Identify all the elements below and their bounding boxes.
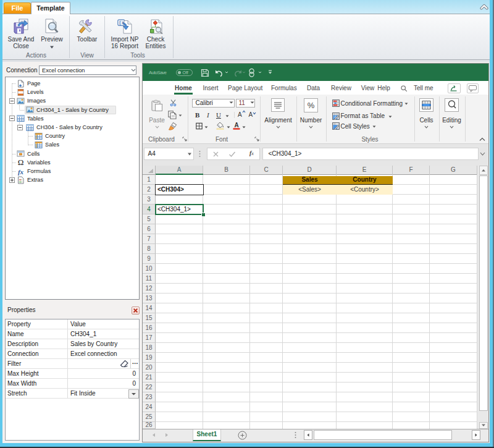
svg-text:A: A <box>234 122 238 129</box>
svg-text:Ω: Ω <box>18 158 24 166</box>
svg-text:fx: fx <box>18 167 24 175</box>
